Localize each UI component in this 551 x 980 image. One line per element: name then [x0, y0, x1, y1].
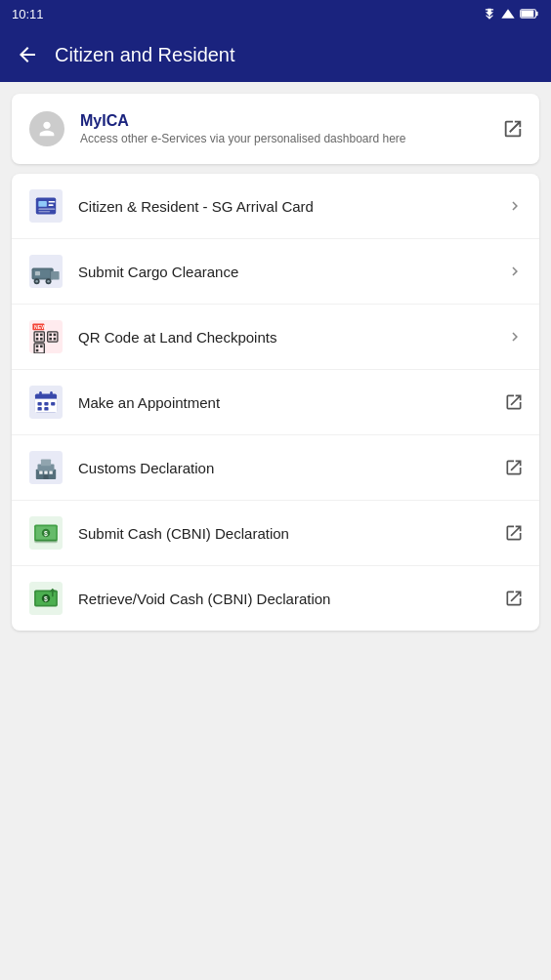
svg-rect-43	[44, 402, 48, 405]
retrieve-void-cash-cbni-external-icon	[504, 589, 524, 608]
svg-point-14	[35, 280, 38, 283]
svg-text:$: $	[44, 595, 48, 603]
svg-rect-30	[54, 334, 57, 337]
list-item-sg-arrival-card[interactable]: Citizen & Resident - SG Arrival Card	[12, 174, 539, 238]
svg-rect-3	[521, 10, 533, 17]
qr-code-land-label: QR Code at Land Checkpoints	[78, 329, 492, 346]
retrieve-void-cash-cbni-icon: $	[27, 580, 64, 617]
page-title: Citizen and Resident	[55, 44, 235, 66]
qr-code-land-icon: NEW	[27, 318, 64, 355]
submit-cash-cbni-label: Submit Cash (CBNI) Declaration	[78, 525, 490, 542]
list-item-retrieve-void-cash-cbni[interactable]: $ Retrieve/Void Cash (CBNI) Declaration	[12, 565, 539, 631]
svg-rect-53	[49, 470, 52, 473]
customs-external-icon	[504, 458, 524, 477]
person-icon	[29, 111, 64, 146]
svg-rect-42	[38, 402, 42, 405]
svg-rect-27	[40, 338, 43, 341]
services-list-card: Citizen & Resident - SG Arrival Card	[12, 174, 539, 631]
svg-rect-52	[44, 470, 47, 473]
myica-text: MyICA Access other e-Services via your p…	[80, 112, 488, 145]
myica-icon	[27, 109, 66, 148]
svg-rect-2	[535, 12, 537, 16]
qr-code-land-chevron	[506, 328, 524, 346]
back-button[interactable]	[16, 43, 39, 66]
svg-rect-45	[38, 407, 42, 410]
svg-rect-32	[54, 338, 57, 341]
list-item-make-appointment[interactable]: Make an Appointment	[12, 369, 539, 434]
svg-rect-6	[38, 201, 47, 207]
myica-title: MyICA	[80, 112, 488, 130]
svg-rect-31	[49, 338, 52, 341]
submit-cash-cbni-external-icon	[504, 523, 524, 543]
retrieve-void-cash-cbni-label: Retrieve/Void Cash (CBNI) Declaration	[78, 591, 490, 607]
myica-external-icon	[502, 118, 524, 140]
status-bar-right	[483, 7, 539, 20]
appointment-icon	[27, 384, 64, 421]
svg-rect-17	[51, 271, 60, 280]
download-icon	[483, 7, 496, 20]
sg-arrival-card-chevron	[506, 197, 524, 215]
svg-marker-0	[501, 9, 514, 18]
list-item-customs-declaration[interactable]: Customs Declaration	[12, 434, 539, 500]
list-item-submit-cargo-clearance[interactable]: Submit Cargo Clearance	[12, 238, 539, 304]
svg-rect-50	[41, 460, 51, 467]
battery-icon	[520, 8, 539, 20]
svg-rect-25	[40, 334, 43, 337]
customs-declaration-icon	[27, 449, 64, 486]
svg-rect-7	[49, 201, 56, 203]
app-bar: Citizen and Resident	[0, 27, 551, 82]
myica-item[interactable]: MyICA Access other e-Services via your p…	[12, 94, 539, 164]
appointment-label: Make an Appointment	[78, 394, 490, 411]
status-bar-left: 10:11	[12, 7, 44, 21]
svg-rect-54	[43, 475, 48, 479]
svg-rect-19	[35, 271, 40, 275]
svg-rect-46	[44, 407, 48, 410]
status-bar: 10:11	[0, 0, 551, 27]
svg-rect-36	[36, 349, 39, 352]
cargo-clearance-icon	[27, 253, 64, 290]
svg-rect-34	[36, 346, 39, 348]
svg-point-16	[47, 280, 50, 283]
sg-arrival-card-icon	[27, 187, 64, 225]
svg-rect-8	[49, 204, 54, 206]
submit-cash-cbni-icon: $	[27, 514, 64, 551]
content-area: MyICA Access other e-Services via your p…	[0, 82, 551, 642]
svg-rect-24	[36, 334, 39, 337]
sg-arrival-card-label: Citizen & Resident - SG Arrival Card	[78, 198, 492, 215]
list-item-submit-cash-cbni[interactable]: $ Submit Cash (CBNI) Declaration	[12, 500, 539, 565]
customs-declaration-label: Customs Declaration	[78, 460, 490, 476]
svg-rect-29	[49, 334, 52, 337]
list-item-qr-code-land[interactable]: NEW QR Code a	[12, 304, 539, 369]
svg-rect-44	[51, 402, 55, 405]
status-time: 10:11	[12, 7, 44, 21]
myica-subtitle: Access other e-Services via your persona…	[80, 132, 488, 145]
svg-rect-26	[36, 338, 39, 341]
svg-rect-10	[38, 211, 50, 212]
svg-rect-41	[50, 391, 53, 398]
cargo-clearance-label: Submit Cargo Clearance	[78, 264, 492, 280]
svg-rect-60	[34, 540, 58, 543]
svg-rect-51	[39, 470, 42, 473]
svg-text:$: $	[44, 530, 48, 538]
cargo-clearance-chevron	[506, 263, 524, 280]
svg-rect-35	[40, 346, 43, 348]
myica-card: MyICA Access other e-Services via your p…	[12, 94, 539, 164]
svg-text:NEW: NEW	[34, 324, 46, 330]
appointment-external-icon	[504, 392, 524, 412]
svg-rect-9	[38, 209, 55, 210]
signal-icon	[500, 8, 516, 20]
svg-rect-40	[39, 391, 42, 398]
